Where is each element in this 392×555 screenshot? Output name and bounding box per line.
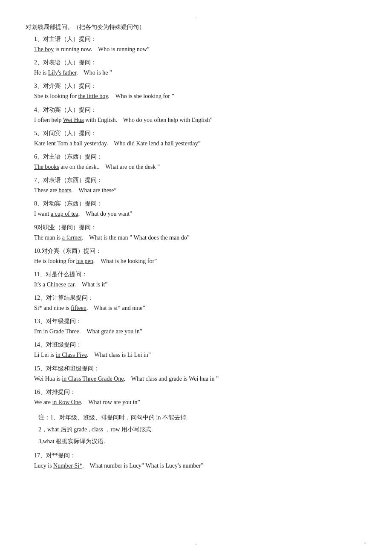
item-heading-5: 5、对间宾（人）提问： xyxy=(26,130,366,137)
section-title: 对划线局部提问。（把各句变为特殊疑问句） xyxy=(26,23,366,31)
page-arrow-bottom: > xyxy=(363,540,366,546)
item-heading-10: 10.对介宾（东西）提问： xyxy=(26,247,366,255)
item-content-1: The boy is running now. Who is running n… xyxy=(26,44,366,55)
page-dot-top: . xyxy=(26,13,366,19)
item-heading-2: 2、对表语（人）提问： xyxy=(26,59,366,66)
item-content-8: I want a cup of tea. What do you want” xyxy=(26,208,366,219)
note-1: 注：1、对年级、班级、排提问时，问句中的 in 不能去掉. xyxy=(38,412,366,424)
item-heading-3: 3、对介宾（人）提问： xyxy=(26,82,366,90)
item-heading-14: 14、对班级提问： xyxy=(26,341,366,349)
item-content-7: These are boats. What are these” xyxy=(26,185,366,196)
item-content-5: Kate lent Tom a ball yesterday. Who did … xyxy=(26,138,366,149)
note-2: 2，what 后的 grade , class ，row 用小写形式. xyxy=(38,424,366,436)
item-heading-13: 13、对年级提问： xyxy=(26,318,366,325)
note-3: 3,what 根据实际译为汉语. xyxy=(38,436,366,448)
item-content-3: She is looking for the little boy. Who i… xyxy=(26,91,366,101)
item-content-15: Wei Hua is in Class Three Grade One, Wha… xyxy=(26,373,366,384)
page-content: . 对划线局部提问。（把各句变为特殊疑问句） 1、对主语（人）提问：The bo… xyxy=(26,13,366,471)
item-heading-12: 12、对计算结果提问： xyxy=(26,294,366,302)
item-heading-15: 15、对年级和班级提问： xyxy=(26,365,366,373)
item-content-11: It's a Chinese car. What is it” xyxy=(26,279,366,290)
item-heading-6: 6、对主语（东西）提问： xyxy=(26,153,366,161)
item-content-6: The books are on the desk.. What are on … xyxy=(26,162,366,172)
item-content-14: Li Lei is in Class Five. What class is L… xyxy=(26,350,366,360)
page-dot-bottom: . xyxy=(196,540,197,546)
item-heading-7: 7、对表语（东西）提问： xyxy=(26,176,366,184)
item-content-2: He is Lily's father. Who is he ” xyxy=(26,67,366,78)
item17-content: Lucy is Number Si*. What number is Lucy”… xyxy=(26,460,366,471)
item-heading-16: 16、对排提问： xyxy=(26,388,366,396)
item-heading-4: 4、对动宾（人）提问： xyxy=(26,106,366,114)
notes-block: 注：1、对年级、班级、排提问时，问句中的 in 不能去掉. 2，what 后的 … xyxy=(26,412,366,448)
item-heading-1: 1、对主语（人）提问： xyxy=(26,35,366,43)
item-heading-11: 11、对是什么提问： xyxy=(26,271,366,278)
item17-heading: 17、对**提问： xyxy=(26,452,366,460)
item-content-16: We are in Row One. What row are you in” xyxy=(26,397,366,408)
item-heading-9: 9对职业（提问）提问： xyxy=(26,224,366,231)
item-content-12: Si* and nine is fifteen. What is si* and… xyxy=(26,303,366,313)
item-content-4: I often help Wei Hua with English. Who d… xyxy=(26,115,366,125)
item-content-9: The man is a farmer. What is the man ” W… xyxy=(26,232,366,243)
item-content-10: He is looking for his pen. What is he lo… xyxy=(26,256,366,266)
item-content-13: I'm in Grade Three. What grade are you i… xyxy=(26,326,366,337)
item-heading-8: 8、对动宾（东西）提问： xyxy=(26,200,366,208)
